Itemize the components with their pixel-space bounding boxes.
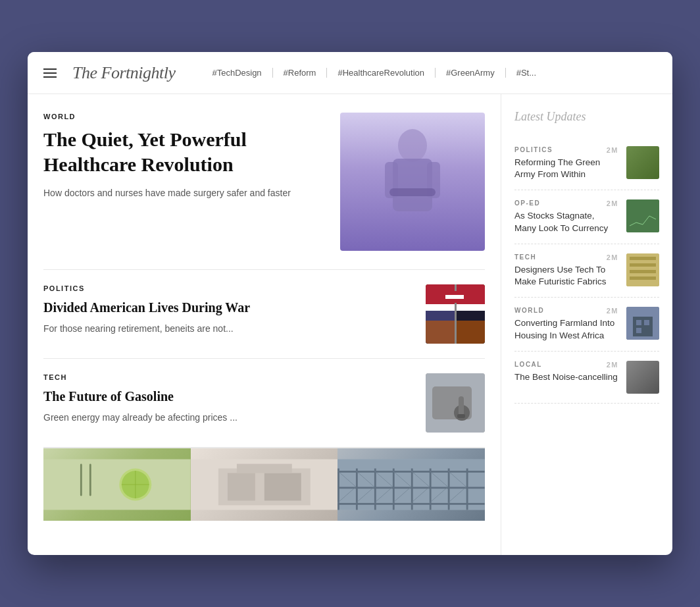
article-politics[interactable]: POLITICS Divided American Lives During W… [43,270,485,359]
featured-image [340,113,485,251]
nav-tag-more[interactable]: #St... [506,68,547,78]
svg-rect-44 [338,503,485,505]
sidebar-item-4[interactable]: LOCAL 2M The Best Noise-cancelling [514,352,659,404]
sidebar-item-3-category: WORLD 2M [514,307,618,314]
sidebar-item-4-text: LOCAL 2M The Best Noise-cancelling [514,361,618,383]
sidebar-thumb-4 [626,361,659,394]
thumb-food[interactable] [43,448,191,521]
nav-tag-healthcare[interactable]: #HealthcareRevolution [327,68,436,78]
article-tech-excerpt: Green energy may already be afecting pri… [43,410,410,425]
sidebar-item-0-text: POLITICS 2M Reforming The Green Army Fro… [514,146,618,180]
thumb-fence[interactable] [338,448,485,521]
sidebar-item-3[interactable]: WORLD 2M Converting Farmland Into Housin… [514,298,659,351]
sidebar-item-0-title: Reforming The Green Army From Within [514,157,618,180]
sidebar-item-1-text: OP-ED 2M As Stocks Stagnate, Many Look T… [514,199,618,234]
sidebar-thumb-0 [626,146,659,179]
sidebar-title: Latest Updates [514,110,659,124]
svg-rect-59 [626,199,659,232]
svg-rect-30 [264,473,301,501]
sidebar-thumb-3 [626,307,659,340]
sidebar-item-1-title: As Stocks Stagnate, Many Look To Currenc… [514,210,618,234]
svg-point-0 [398,129,427,162]
svg-rect-12 [445,291,464,295]
sidebar-item-2-text: TECH 2M Designers Use Tech To Make Futur… [514,253,618,288]
article-tech-title: The Future of Gasoline [43,388,410,405]
flag-image [426,284,485,344]
nav-tag-techdesign[interactable]: #TechDesign [201,68,272,78]
svg-rect-1 [393,159,432,211]
sidebar-item-2-category: TECH 2M [514,253,618,261]
svg-rect-62 [630,263,656,267]
menu-button[interactable] [43,68,57,78]
svg-rect-61 [630,257,656,260]
article-politics-image [426,284,485,344]
header: The Fortnightly #TechDesign #Reform #Hea… [28,52,672,94]
svg-rect-66 [633,317,653,336]
nav-tags: #TechDesign #Reform #HealthcareRevolutio… [201,68,547,78]
doctor-image [340,113,485,251]
sidebar-item-3-title: Converting Farmland Into Housing In West… [514,317,618,341]
article-tech[interactable]: TECH The Future of Gasoline Green energy… [43,359,485,448]
articles-area: WORLD The Quiet, Yet Powerful Healthcare… [28,94,501,555]
sidebar-item-1[interactable]: OP-ED 2M As Stocks Stagnate, Many Look T… [514,190,659,244]
svg-rect-21 [80,464,82,496]
svg-rect-64 [630,277,656,280]
featured-title: The Quiet, Yet Powerful Healthcare Revol… [43,127,324,176]
svg-rect-63 [630,270,656,273]
featured-text: WORLD The Quiet, Yet Powerful Healthcare… [43,113,324,200]
sidebar-item-0-category: POLITICS 2M [514,146,618,153]
svg-rect-18 [459,396,464,416]
svg-rect-13 [445,295,464,299]
thumb-architecture[interactable] [191,448,338,521]
svg-rect-29 [228,473,255,501]
article-politics-excerpt: For those nearing retirement, beneits ar… [43,321,410,336]
article-politics-category: POLITICS [43,284,410,292]
svg-rect-31 [237,464,292,473]
sidebar-item-0[interactable]: POLITICS 2M Reforming The Green Army Fro… [514,137,659,190]
svg-rect-22 [89,464,91,496]
svg-rect-19 [457,414,465,418]
article-tech-category: TECH [43,373,410,381]
sidebar-item-4-category: LOCAL 2M [514,361,618,368]
article-politics-text: POLITICS Divided American Lives During W… [43,284,410,336]
browser-window: The Fortnightly #TechDesign #Reform #Hea… [28,52,672,555]
bottom-thumbnails [43,448,485,521]
svg-rect-14 [445,299,464,303]
article-tech-text: TECH The Future of Gasoline Green energy… [43,373,410,425]
article-politics-title: Divided American Lives During War [43,299,410,316]
svg-rect-68 [644,320,649,325]
featured-article[interactable]: WORLD The Quiet, Yet Powerful Healthcare… [43,94,485,270]
nav-tag-greenarmy[interactable]: #GreenArmy [436,68,506,78]
article-tech-image [426,373,485,433]
main-content: WORLD The Quiet, Yet Powerful Healthcare… [28,94,672,555]
nav-tag-reform[interactable]: #Reform [273,68,328,78]
svg-rect-4 [389,188,436,196]
svg-rect-69 [636,328,641,333]
sidebar-item-2[interactable]: TECH 2M Designers Use Tech To Make Futur… [514,244,659,298]
featured-category: WORLD [43,113,324,120]
svg-rect-67 [636,320,641,325]
featured-excerpt: How doctors and nurses have made surgery… [43,186,324,200]
sidebar-item-3-text: WORLD 2M Converting Farmland Into Housin… [514,307,618,341]
sidebar: Latest Updates POLITICS 2M Reforming The… [501,94,672,555]
ev-image [426,373,485,433]
sidebar-item-4-title: The Best Noise-cancelling [514,371,618,383]
site-logo: The Fortnightly [72,63,175,83]
sidebar-thumb-1 [626,199,659,232]
sidebar-item-1-category: OP-ED 2M [514,199,618,207]
sidebar-item-2-title: Designers Use Tech To Make Futuristic Fa… [514,264,618,288]
svg-rect-20 [43,460,191,510]
sidebar-thumb-2 [626,253,659,286]
